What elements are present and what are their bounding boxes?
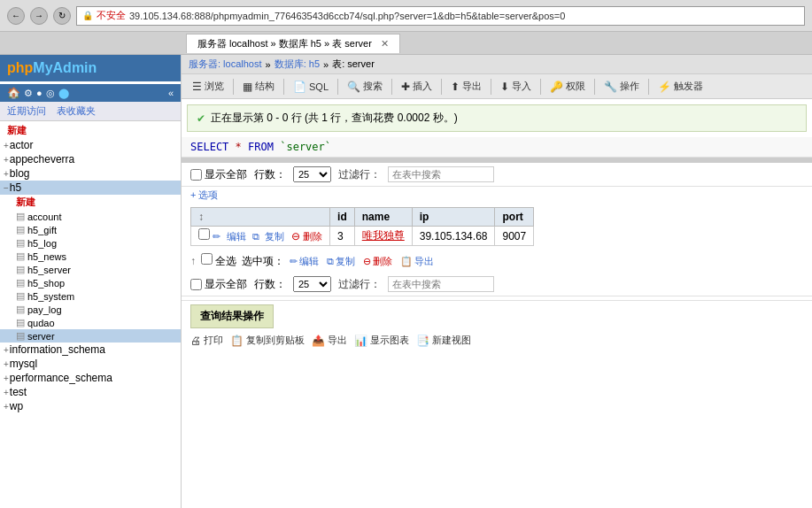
db-item-actor[interactable]: + actor	[0, 138, 181, 152]
breadcrumb-table: 表: server	[332, 58, 375, 71]
col-id-header[interactable]: id	[330, 208, 355, 227]
filter-input-bottom[interactable]	[388, 276, 494, 292]
recent-link[interactable]: 近期访问	[7, 104, 46, 118]
show-all-bottom-checkbox[interactable]	[190, 279, 202, 290]
address-text: 39.105.134.68:888/phpmyadmin_776463543d6…	[129, 11, 565, 21]
select-all-checkbox[interactable]	[201, 253, 213, 265]
copy-row-button[interactable]: ⧉	[252, 231, 259, 242]
insecure-label: 不安全	[97, 9, 126, 22]
home-icon[interactable]: 🏠	[7, 87, 20, 99]
table-item-account[interactable]: ▤ account	[0, 210, 181, 223]
browse-label: 浏览	[205, 80, 224, 93]
db-name-h5: h5	[10, 181, 21, 194]
breadcrumb: 服务器: localhost » 数据库: h5 » 表: server	[182, 55, 812, 74]
delete-row-icon[interactable]: ⊖	[291, 230, 300, 242]
h5-new-table-button[interactable]: 新建	[0, 195, 181, 210]
options-link[interactable]: + 选项	[182, 187, 812, 204]
copy-icon: ⧉	[327, 256, 334, 267]
search-button[interactable]: 🔍 搜索	[342, 78, 388, 95]
import-label: 导入	[512, 80, 531, 93]
copy-clipboard-button[interactable]: 📋 复制到剪贴板	[230, 334, 305, 347]
favorites-link[interactable]: 表收藏夹	[57, 104, 96, 118]
expand-actor-icon: +	[4, 141, 9, 150]
sidebar-icon-3[interactable]: ●	[36, 88, 43, 98]
db-item-blog[interactable]: + blog	[0, 166, 181, 181]
table-item-pay_log[interactable]: ▤ pay_log	[0, 303, 181, 316]
bottom-copy-button[interactable]: ⧉ 复制	[327, 255, 355, 268]
refresh-button[interactable]: ↻	[53, 7, 71, 25]
table-item-h5_log[interactable]: ▤ h5_log	[0, 236, 181, 250]
table-icon-h5news: ▤	[16, 250, 25, 262]
db-item-h5[interactable]: − h5	[0, 181, 181, 195]
col-ip-header[interactable]: ip	[412, 208, 495, 227]
sql-button[interactable]: 📄 SQL	[288, 79, 334, 95]
table-item-h5_shop[interactable]: ▤ h5_shop	[0, 276, 181, 289]
table-item-h5_server[interactable]: ▤ h5_server	[0, 263, 181, 276]
table-item-h5_gift[interactable]: ▤ h5_gift	[0, 223, 181, 236]
show-all-top-checkbox[interactable]	[190, 169, 202, 181]
export-button[interactable]: ⬆ 导出	[445, 78, 487, 95]
copy-row-label[interactable]: 复制	[265, 231, 284, 242]
triggers-button[interactable]: ⚡ 触发器	[653, 78, 708, 95]
sql-icon: 📄	[293, 81, 306, 93]
breadcrumb-database: 数据库: h5	[275, 58, 320, 71]
col-port-header[interactable]: port	[495, 208, 534, 227]
bottom-delete-button[interactable]: ⊖ 删除	[363, 255, 392, 268]
cell-port: 9007	[495, 227, 534, 246]
result-export-button[interactable]: 📤 导出	[312, 334, 347, 347]
sidebar-icon-5[interactable]: ⬤	[58, 88, 69, 99]
row-checkbox[interactable]	[198, 228, 210, 240]
db-item-appecheverra[interactable]: + appecheverra	[0, 152, 181, 166]
db-item-wp[interactable]: + wp	[0, 399, 181, 413]
cell-name[interactable]: 唯我独尊	[354, 227, 412, 246]
browse-button[interactable]: ☰ 浏览	[187, 78, 229, 95]
display-chart-button[interactable]: 📊 显示图表	[354, 334, 409, 347]
bottom-edit-button[interactable]: ✏ 编辑	[290, 255, 319, 268]
privileges-button[interactable]: 🔑 权限	[545, 78, 591, 95]
delete-row-label[interactable]: 删除	[303, 231, 322, 242]
tab-bar: 服务器 localhost » 数据库 h5 » 表 server ✕	[0, 32, 812, 55]
col-ip-label: ip	[420, 211, 429, 223]
table-item-server[interactable]: ▤ server	[0, 329, 181, 343]
close-tab-icon[interactable]: ✕	[381, 38, 389, 50]
import-button[interactable]: ⬇ 导入	[495, 78, 537, 95]
back-button[interactable]: ←	[7, 7, 25, 25]
table-item-h5_system[interactable]: ▤ h5_system	[0, 289, 181, 303]
edit-row-label[interactable]: 编辑	[227, 231, 246, 242]
toolbar-sep-6	[491, 79, 491, 95]
db-item-test[interactable]: + test	[0, 385, 181, 399]
bottom-export-button[interactable]: 📋 导出	[400, 255, 434, 268]
sidebar-icon-2[interactable]: ⚙	[24, 88, 33, 99]
toolbar-sep-3	[337, 79, 338, 95]
active-tab[interactable]: 服务器 localhost » 数据库 h5 » 表 server ✕	[186, 34, 400, 53]
collapse-sidebar-button[interactable]: «	[168, 88, 174, 98]
table-item-h5_news[interactable]: ▤ h5_news	[0, 250, 181, 263]
table-item-qudao[interactable]: ▤ qudao	[0, 316, 181, 329]
edit-row-button[interactable]: ✏	[213, 231, 220, 242]
db-item-performance-schema[interactable]: + performance_schema	[0, 371, 181, 385]
table-controls-top: 显示全部 行数： 25 50 100 过滤行：	[182, 163, 812, 187]
filter-input-top[interactable]	[388, 166, 494, 182]
col-name-header[interactable]: name	[354, 208, 412, 227]
operations-button[interactable]: 🔧 操作	[599, 78, 645, 95]
address-bar[interactable]: 🔒 不安全 39.105.134.68:888/phpmyadmin_77646…	[76, 6, 805, 26]
rows-select-top[interactable]: 25 50 100	[293, 166, 331, 182]
name-value[interactable]: 唯我独尊	[362, 229, 405, 242]
new-database-button[interactable]: 新建	[0, 123, 181, 138]
db-name-test: test	[10, 386, 27, 398]
cell-ip: 39.105.134.68	[412, 227, 495, 246]
print-button[interactable]: 🖨 打印	[190, 334, 223, 347]
sql-select: SELECT	[190, 141, 228, 153]
create-view-button[interactable]: 📑 新建视图	[416, 334, 471, 347]
sidebar-icon-4[interactable]: ◎	[46, 88, 55, 99]
db-item-information-schema[interactable]: + information_schema	[0, 343, 181, 357]
structure-button[interactable]: ▦ 结构	[237, 78, 280, 95]
db-name-performance-schema: performance_schema	[10, 372, 112, 384]
main-layout: phpMyAdmin 🏠 ⚙ ● ◎ ⬤ « 近期访问 表收藏夹 新建 + a	[0, 55, 812, 508]
forward-button[interactable]: →	[30, 7, 48, 25]
rows-select-bottom[interactable]: 25 50 100	[293, 276, 331, 292]
db-tree: 新建 + actor + appecheverra + blog − h5	[0, 121, 181, 415]
rows-label-bottom: 行数：	[254, 277, 286, 292]
insert-button[interactable]: ✚ 插入	[396, 78, 437, 95]
db-item-mysql[interactable]: + mysql	[0, 357, 181, 371]
